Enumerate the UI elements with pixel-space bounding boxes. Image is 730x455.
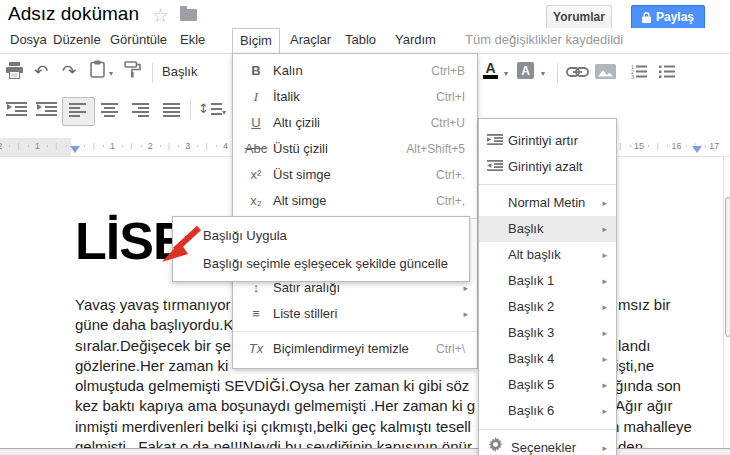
highlight-caret[interactable]: ▾ [541, 69, 545, 78]
vertical-scrollbar[interactable] [723, 157, 730, 448]
heading-apply-submenu: ✓ Başlığı Uygula Başlığı seçimle eşleşec… [172, 216, 470, 282]
align-right-button[interactable] [132, 103, 149, 117]
left-indent-marker[interactable] [70, 146, 80, 153]
ruler-dot [216, 145, 217, 147]
ruler-dot [103, 145, 104, 147]
save-status-text: Tüm değişiklikler kaydedildi [465, 28, 623, 52]
ruler-tick: | [130, 141, 132, 150]
menu-item-alti-cizili[interactable]: UAltı çiziliCtrl+U [233, 110, 477, 136]
ruler-dot [648, 145, 649, 147]
submenu-item-baslik[interactable]: Başlık▸ [479, 216, 616, 242]
text-color-caret[interactable]: ▾ [504, 69, 508, 78]
ruler-dot [9, 145, 10, 147]
insert-image-button[interactable] [595, 64, 616, 79]
highlight-icon: A [517, 62, 534, 79]
document-title[interactable]: Adsız doküman [8, 3, 139, 25]
share-button[interactable]: Paylaş [631, 5, 705, 30]
ruler-number: 16 [672, 141, 682, 151]
ruler-dot [66, 145, 67, 147]
line-spacing-button[interactable]: ↕ [198, 101, 222, 116]
menu-ekle[interactable]: Ekle [180, 28, 205, 52]
menu-yardim[interactable]: Yardım [395, 28, 436, 52]
ruler-dot [47, 145, 48, 147]
numbered-list-button[interactable]: 123 [630, 64, 648, 79]
text-color-button[interactable]: A [483, 62, 498, 79]
undo-button[interactable]: ↶ [34, 61, 48, 81]
undo-icon: ↶ [34, 61, 48, 81]
decrease-indent-icon [484, 154, 506, 180]
menu-bicim-open[interactable]: Biçim [232, 28, 280, 55]
menu-goruntule[interactable]: Görüntüle [110, 28, 167, 52]
ruler-tick: | [168, 141, 170, 150]
align-center-button[interactable] [101, 103, 118, 117]
ruler-tick: | [619, 141, 621, 150]
text-line: olmuştuda gelmemişti SEVDİĞİ.Oysa her za… [75, 376, 725, 396]
ruler-tick: | [93, 141, 95, 150]
menu-item-bicimlendirmeyi-temizle[interactable]: TxBiçimlendirmeyi temizleCtrl+\ [233, 336, 477, 362]
styles-dropdown[interactable]: Başlık [162, 64, 197, 79]
submenu-item-baslik-6[interactable]: Başlık 6▸ [479, 398, 616, 424]
submenu-item-baslik-1[interactable]: Başlık 1▸ [479, 268, 616, 294]
ruler-dot [630, 145, 631, 147]
menu-tablo[interactable]: Tablo [345, 28, 376, 52]
horizontal-scrollbar[interactable] [0, 448, 730, 455]
menu-item-liste-stilleri[interactable]: ≡Liste stilleri▸ [233, 301, 477, 327]
ruler-number: 2 [0, 141, 2, 151]
italic-icon: I [243, 84, 269, 110]
submenu-item-baslik-5[interactable]: Başlık 5▸ [479, 372, 616, 398]
comments-button[interactable]: Yorumlar [546, 5, 612, 30]
align-left-button[interactable] [69, 103, 86, 117]
ruler-dot [141, 145, 142, 147]
text-line: kez baktı kapıya ama boşunaydı gelmemişt… [75, 396, 725, 416]
increase-indent-button[interactable] [36, 102, 57, 116]
highlight-color-button[interactable]: A [517, 62, 534, 79]
paste-button[interactable] [90, 60, 105, 78]
menu-item-ustu-cizili[interactable]: AbcÜstü çiziliAlt+Shift+5 [233, 136, 477, 162]
redo-icon: ↷ [62, 61, 76, 81]
menu-item-basligi-uygula[interactable]: ✓ Başlığı Uygula [173, 222, 469, 250]
submenu-arrow-icon: ▸ [602, 320, 607, 346]
menu-araclar[interactable]: Araçlar [290, 28, 331, 52]
print-icon [5, 62, 24, 80]
insert-link-button[interactable] [566, 66, 589, 78]
share-label: Paylaş [656, 10, 694, 24]
submenu-item-secenekler[interactable]: Seçenekler▸ [479, 435, 616, 455]
submenu-arrow-icon: ▸ [602, 294, 607, 320]
star-icon[interactable]: ☆ [152, 4, 169, 26]
submenu-item-normal-metin[interactable]: Normal Metin▸ [479, 190, 616, 216]
submenu-item-alt-baslik[interactable]: Alt başlık▸ [479, 242, 616, 268]
line-spacing-icon: ↕ [198, 101, 209, 116]
print-button[interactable] [5, 62, 24, 80]
menu-duzenle[interactable]: Düzenle [53, 28, 101, 52]
clear-formatting-icon: Tx [243, 336, 269, 362]
submenu-item-baslik-4[interactable]: Başlık 4▸ [479, 346, 616, 372]
text-line: inmişti merdivenleri belki işi çıkmıştı,… [75, 417, 725, 437]
submenu-item-girintiyi-artir[interactable]: Girintiyi artır [479, 128, 616, 154]
menu-bar: Dosya Düzenle Görüntüle Ekle Biçim Araçl… [0, 28, 730, 54]
menu-item-alt-simge[interactable]: x₂Alt simgeCtrl+, [233, 188, 477, 214]
submenu-item-girintiyi-azalt[interactable]: Girintiyi azalt [479, 154, 616, 180]
redo-button[interactable]: ↷ [62, 61, 76, 81]
paint-format-button[interactable] [124, 61, 142, 78]
right-indent-marker[interactable] [692, 146, 702, 153]
ruler-dot [197, 145, 198, 147]
menu-item-basligi-guncelle[interactable]: Başlığı seçimle eşleşecek şekilde güncel… [173, 250, 469, 278]
paste-dropdown-caret[interactable]: ▾ [109, 69, 113, 78]
menu-item-kalin[interactable]: BKalınCtrl+B [233, 58, 477, 84]
ruler-dot [84, 145, 85, 147]
justify-button[interactable] [163, 103, 180, 117]
line-spacing-caret[interactable]: ▾ [222, 108, 226, 117]
svg-text:3: 3 [631, 74, 634, 79]
bulleted-list-icon [658, 64, 676, 79]
decrease-indent-button[interactable] [6, 102, 27, 116]
scrollbar-thumb[interactable] [725, 197, 730, 337]
paint-roller-icon [124, 61, 142, 78]
ruler-dot [28, 145, 29, 147]
menu-item-ust-simge[interactable]: x²Üst simgeCtrl+. [233, 162, 477, 188]
menu-item-italik[interactable]: IİtalikCtrl+I [233, 84, 477, 110]
submenu-item-baslik-3[interactable]: Başlık 3▸ [479, 320, 616, 346]
bulleted-list-button[interactable] [658, 64, 676, 79]
menu-dosya[interactable]: Dosya [10, 28, 47, 52]
submenu-item-baslik-2[interactable]: Başlık 2▸ [479, 294, 616, 320]
folder-icon[interactable] [180, 9, 197, 21]
